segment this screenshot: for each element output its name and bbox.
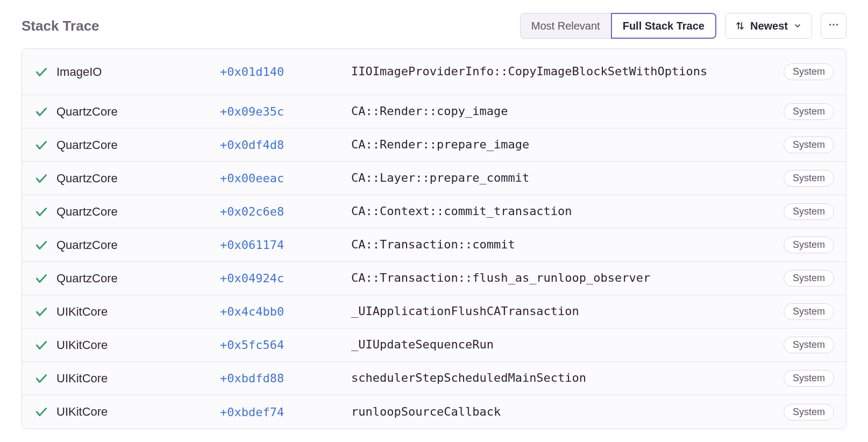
system-tag[interactable]: System [784,63,834,80]
frame-tag-col: System [784,337,834,353]
frame-tag-col: System [784,203,834,220]
frame-symbol: CA::Layer::prepare_commit [351,170,776,187]
frame-status [34,272,49,286]
frame-module: UIKitCore [56,372,212,386]
stack-frame-row[interactable]: UIKitCore+0xbdef74runloopSourceCallbackS… [22,395,846,429]
sort-order-button[interactable]: Newest [725,13,812,39]
frame-module: QuartzCore [56,172,212,186]
check-icon [34,405,48,419]
check-icon [34,205,48,219]
frame-status [34,305,49,319]
ellipsis-icon [828,19,839,33]
frame-status [34,405,49,419]
frame-tag-col: System [784,237,834,253]
system-tag[interactable]: System [784,404,834,420]
check-icon [34,272,48,286]
frame-status [34,65,49,79]
frame-status [34,238,49,252]
check-icon [34,338,48,352]
frame-offset[interactable]: +0x00eeac [220,172,344,185]
frame-module: QuartzCore [56,272,212,286]
stack-trace-header: Stack Trace Most Relevant Full Stack Tra… [22,13,846,39]
svg-point-2 [836,24,838,26]
section-title: Stack Trace [22,18,99,34]
stack-frame-row[interactable]: ImageIO+0x01d140IIOImageProviderInfo::Co… [22,49,846,95]
system-tag[interactable]: System [784,370,834,387]
system-tag[interactable]: System [784,237,834,253]
frame-module: UIKitCore [56,405,212,419]
full-stack-trace-button[interactable]: Full Stack Trace [611,13,716,39]
frame-status [34,338,49,352]
svg-point-0 [829,24,831,26]
frame-tag-col: System [784,370,834,387]
stack-frame-row[interactable]: UIKitCore+0xbdfd88schedulerStepScheduled… [22,362,846,395]
frame-module: QuartzCore [56,238,212,252]
frame-symbol: CA::Transaction::commit [351,237,776,253]
frame-tag-col: System [784,404,834,420]
frame-symbol: CA::Render::copy_image [351,103,776,120]
system-tag[interactable]: System [784,137,834,153]
chevron-down-icon [793,22,802,30]
frame-module: QuartzCore [56,138,212,152]
frame-tag-col: System [784,137,834,153]
frame-tag-col: System [784,103,834,120]
frame-symbol: schedulerStepScheduledMainSection [351,370,776,387]
frame-offset[interactable]: +0x0df4d8 [220,138,344,152]
stack-frames-list: ImageIO+0x01d140IIOImageProviderInfo::Co… [22,48,846,429]
check-icon [34,305,48,319]
stack-frame-row[interactable]: UIKitCore+0x5fc564_UIUpdateSequenceRunSy… [22,329,846,362]
controls: Most Relevant Full Stack Trace Newest [520,13,846,39]
check-icon [34,372,48,386]
most-relevant-button[interactable]: Most Relevant [520,13,611,39]
frame-symbol: IIOImageProviderInfo::CopyImageBlockSetW… [351,63,776,80]
frame-symbol: CA::Context::commit_transaction [351,203,776,220]
stack-frame-row[interactable]: QuartzCore+0x02c6e8CA::Context::commit_t… [22,195,846,229]
frame-tag-col: System [784,63,834,80]
stack-frame-row[interactable]: QuartzCore+0x00eeacCA::Layer::prepare_co… [22,162,846,195]
more-options-button[interactable] [821,13,846,39]
sort-label: Newest [750,20,788,32]
system-tag[interactable]: System [784,203,834,220]
check-icon [34,105,48,119]
frame-offset[interactable]: +0x01d140 [220,65,344,79]
svg-point-1 [833,24,835,26]
frame-offset[interactable]: +0x04924c [220,272,344,285]
stack-frame-row[interactable]: QuartzCore+0x061174CA::Transaction::comm… [22,229,846,262]
frame-status [34,138,49,152]
frame-status [34,372,49,386]
system-tag[interactable]: System [784,337,834,353]
stack-frame-row[interactable]: QuartzCore+0x0df4d8CA::Render::prepare_i… [22,129,846,162]
frame-offset[interactable]: +0xbdfd88 [220,372,344,385]
frame-symbol: _UIApplicationFlushCATransaction [351,303,776,320]
view-mode-toggle: Most Relevant Full Stack Trace [520,13,716,39]
check-icon [34,238,48,252]
frame-offset[interactable]: +0x4c4bb0 [220,305,344,318]
frame-offset[interactable]: +0x5fc564 [220,338,344,352]
system-tag[interactable]: System [784,303,834,320]
frame-symbol: _UIUpdateSequenceRun [351,337,776,353]
system-tag[interactable]: System [784,103,834,120]
check-icon [34,65,48,79]
frame-tag-col: System [784,170,834,187]
system-tag[interactable]: System [784,170,834,187]
frame-tag-col: System [784,303,834,320]
frame-module: QuartzCore [56,205,212,219]
frame-offset[interactable]: +0x02c6e8 [220,205,344,218]
stack-frame-row[interactable]: QuartzCore+0x04924cCA::Transaction::flus… [22,262,846,295]
stack-frame-row[interactable]: QuartzCore+0x09e35cCA::Render::copy_imag… [22,95,846,129]
frame-offset[interactable]: +0x09e35c [220,105,344,118]
frame-offset[interactable]: +0x061174 [220,238,344,252]
frame-module: UIKitCore [56,338,212,352]
frame-offset[interactable]: +0xbdef74 [220,405,344,419]
frame-symbol: CA::Render::prepare_image [351,137,776,153]
frame-status [34,205,49,219]
frame-module: UIKitCore [56,305,212,319]
frame-module: ImageIO [56,65,212,79]
sort-arrows-icon [735,21,745,31]
check-icon [34,172,48,186]
stack-frame-row[interactable]: UIKitCore+0x4c4bb0_UIApplicationFlushCAT… [22,295,846,329]
frame-symbol: runloopSourceCallback [351,404,776,420]
system-tag[interactable]: System [784,270,834,287]
frame-tag-col: System [784,270,834,287]
frame-status [34,105,49,119]
